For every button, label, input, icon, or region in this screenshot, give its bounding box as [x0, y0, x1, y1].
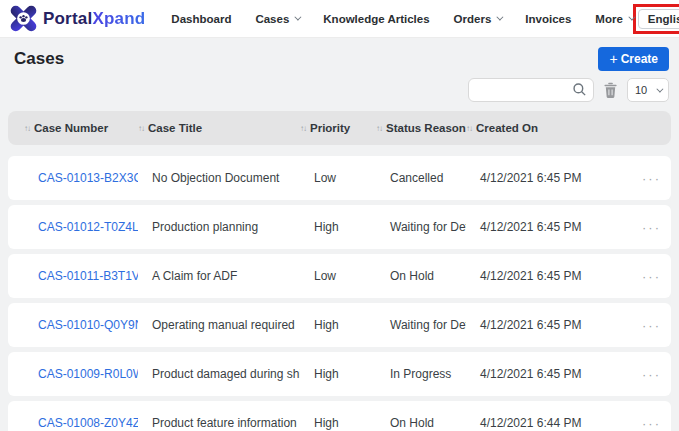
- case-title: Operating manual required: [138, 318, 300, 332]
- column-header-status-reason[interactable]: ↑↓Status Reason: [376, 122, 466, 134]
- case-title: Product feature information required: [138, 416, 300, 430]
- created-on: 4/12/2021 6:45 PM: [466, 269, 626, 283]
- created-on: 4/12/2021 6:45 PM: [466, 220, 626, 234]
- created-on: 4/12/2021 6:44 PM: [466, 416, 626, 430]
- navbar-right: English Ryan Hook: [633, 4, 679, 34]
- case-title: No Objection Document: [138, 171, 300, 185]
- case-title: Production planning: [138, 220, 300, 234]
- priority: High: [300, 367, 376, 381]
- row-actions-menu-icon[interactable]: ···: [642, 269, 661, 284]
- sort-icon[interactable]: ↑↓: [300, 124, 306, 133]
- trash-icon[interactable]: [603, 82, 618, 98]
- case-number-link[interactable]: CAS-01008-Z0Y4Z8: [24, 416, 138, 430]
- case-number-link[interactable]: CAS-01013-B2X3G8: [24, 171, 138, 185]
- table-toolbar: 10: [8, 78, 671, 102]
- row-actions-menu-icon[interactable]: ···: [642, 318, 661, 333]
- nav-item-orders[interactable]: Orders: [454, 13, 502, 25]
- priority: High: [300, 416, 376, 430]
- chevron-down-icon: [656, 85, 663, 92]
- column-header-created-on[interactable]: ↑↓Created On: [466, 122, 626, 134]
- created-on: 4/12/2021 6:45 PM: [466, 367, 626, 381]
- nav-item-cases[interactable]: Cases: [255, 13, 299, 25]
- column-header-case-title[interactable]: ↑↓Case Title: [138, 122, 300, 134]
- table-row: CAS-01010-Q0Y9N6 Operating manual requir…: [8, 303, 671, 347]
- search-box: [468, 78, 594, 102]
- priority: High: [300, 318, 376, 332]
- chevron-down-icon: [295, 14, 302, 21]
- row-actions-menu-icon[interactable]: ···: [642, 416, 661, 431]
- page-size-select[interactable]: 10: [627, 78, 669, 102]
- brand-wordmark: PortalXpand: [43, 9, 145, 29]
- table-body: CAS-01013-B2X3G8 No Objection Document L…: [8, 156, 671, 431]
- priority: High: [300, 220, 376, 234]
- table-header: ↑↓Case Number ↑↓Case Title ↑↓Priority ↑↓…: [8, 111, 671, 145]
- column-header-priority[interactable]: ↑↓Priority: [300, 122, 376, 134]
- status-reason: In Progress: [376, 367, 466, 381]
- page-header: Cases + Create: [8, 47, 671, 71]
- sort-icon[interactable]: ↑↓: [376, 124, 382, 133]
- sort-icon[interactable]: ↑↓: [466, 124, 472, 133]
- case-title: A Claim for ADF: [138, 269, 300, 283]
- priority: Low: [300, 171, 376, 185]
- table-row: CAS-01009-R0L0W2 Product damaged during …: [8, 352, 671, 396]
- status-reason: Waiting for Details: [376, 220, 466, 234]
- brand-x-icon: [10, 5, 37, 32]
- case-number-link[interactable]: CAS-01010-Q0Y9N6: [24, 318, 138, 332]
- top-navbar: PortalXpand Dashboard Cases Knowledge Ar…: [0, 0, 679, 38]
- row-actions-menu-icon[interactable]: ···: [642, 367, 661, 382]
- chevron-down-icon: [497, 14, 504, 21]
- nav-item-invoices[interactable]: Invoices: [525, 13, 571, 25]
- page-content: Cases + Create 10: [0, 38, 679, 431]
- nav-item-dashboard[interactable]: Dashboard: [171, 13, 231, 25]
- case-number-link[interactable]: CAS-01009-R0L0W2: [24, 367, 138, 381]
- status-reason: Cancelled: [376, 171, 466, 185]
- status-reason: On Hold: [376, 269, 466, 283]
- table-row: CAS-01008-Z0Y4Z8 Product feature informa…: [8, 401, 671, 431]
- row-actions-menu-icon[interactable]: ···: [642, 171, 661, 186]
- table-row: CAS-01013-B2X3G8 No Objection Document L…: [8, 156, 671, 200]
- nav-item-more[interactable]: More: [595, 13, 632, 25]
- priority: Low: [300, 269, 376, 283]
- case-title: Product damaged during shipment: [138, 367, 300, 381]
- brand-logo[interactable]: PortalXpand: [10, 5, 145, 32]
- main-nav: Dashboard Cases Knowledge Articles Order…: [171, 13, 633, 25]
- plus-icon: +: [609, 54, 617, 64]
- row-actions-menu-icon[interactable]: ···: [642, 220, 661, 235]
- search-icon[interactable]: [572, 82, 587, 101]
- created-on: 4/12/2021 6:45 PM: [466, 171, 626, 185]
- nav-item-knowledge-articles[interactable]: Knowledge Articles: [323, 13, 429, 25]
- sort-icon[interactable]: ↑↓: [138, 124, 144, 133]
- case-number-link[interactable]: CAS-01012-T0Z4L1: [24, 220, 138, 234]
- annotation-highlight: English: [633, 4, 679, 34]
- column-header-case-number[interactable]: ↑↓Case Number: [24, 122, 138, 134]
- create-button[interactable]: + Create: [598, 47, 669, 71]
- language-selector[interactable]: English: [638, 9, 679, 29]
- page-title: Cases: [14, 49, 64, 69]
- sort-icon[interactable]: ↑↓: [24, 124, 30, 133]
- status-reason: Waiting for Details: [376, 318, 466, 332]
- created-on: 4/12/2021 6:45 PM: [466, 318, 626, 332]
- case-number-link[interactable]: CAS-01011-B3T1V0: [24, 269, 138, 283]
- table-row: CAS-01011-B3T1V0 A Claim for ADF Low On …: [8, 254, 671, 298]
- table-row: CAS-01012-T0Z4L1 Production planning Hig…: [8, 205, 671, 249]
- status-reason: On Hold: [376, 416, 466, 430]
